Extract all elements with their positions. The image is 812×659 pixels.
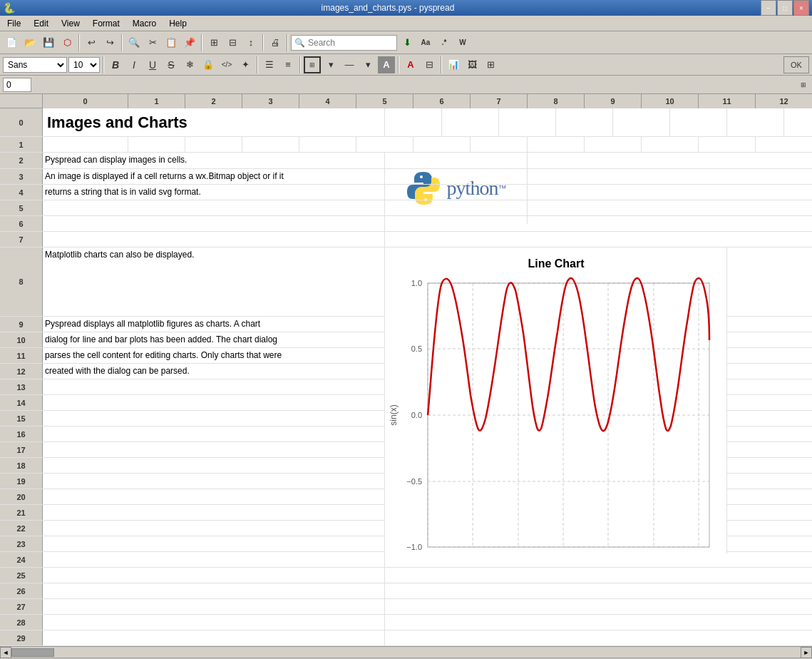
italic-button[interactable]: I [125,56,143,73]
image-button[interactable]: 🖼 [463,56,480,73]
cell-1-8[interactable] [528,137,585,153]
format-button2[interactable]: ⊟ [421,56,438,73]
borders-dropdown[interactable]: ▾ [322,56,339,73]
cell-4-0[interactable]: returns a string that is in valid svg fo… [43,185,385,200]
cell-1-5[interactable] [356,137,413,153]
search-input[interactable] [308,38,394,48]
cell-1-7[interactable] [471,137,528,153]
window-controls[interactable]: − □ × [761,0,809,16]
borders-button[interactable]: ⊞ [304,56,321,73]
merge-button[interactable]: — [341,56,358,73]
cell-23-0[interactable] [43,536,385,552]
cell-24-0[interactable] [43,552,385,568]
cell-1-4[interactable] [299,137,356,153]
cell-22-0[interactable] [43,521,385,536]
cut-button[interactable]: ✂ [144,34,161,51]
text-color-button[interactable]: A [402,56,419,73]
cell-7-0[interactable] [43,232,385,247]
import-button[interactable]: ⬇ [399,34,416,51]
cell-0-0[interactable]: Images and Charts [43,108,385,136]
font-select[interactable]: Sans [3,57,67,73]
cell-12-0[interactable]: created with the dialog can be parsed. [43,364,385,379]
menu-macro[interactable]: Macro [127,17,162,30]
cell-0-10[interactable] [670,108,727,136]
cell-21-0[interactable] [43,505,385,521]
cell-1-3[interactable] [242,137,299,153]
cell-10-0[interactable]: dialog for line and bar plots has been a… [43,332,385,348]
macro-button[interactable]: ⊞ [482,56,499,73]
open-button[interactable]: 📂 [21,34,38,51]
scrollbar-track[interactable] [11,648,801,658]
cell-26-0[interactable] [43,583,385,599]
merge-dropdown[interactable]: ▾ [359,56,376,73]
print-button[interactable]: 🖨 [267,34,284,51]
paste-button[interactable]: 📌 [181,34,198,51]
redo-button[interactable]: ↪ [101,34,118,51]
cell-8-0[interactable]: Matplotlib charts can also be displayed. [43,247,385,316]
regex-button[interactable]: .* [436,34,453,51]
bg-color-button[interactable]: A [378,56,395,73]
ok-button[interactable]: OK [783,56,809,73]
menu-format[interactable]: Format [87,17,125,30]
underline-button[interactable]: U [144,56,161,73]
undo-button[interactable]: ↩ [83,34,100,51]
case-button[interactable]: Aa [417,34,434,51]
cell-1-0[interactable] [43,137,128,153]
strikethrough-button[interactable]: S [163,56,180,73]
toggle-button[interactable]: ⊞ [798,79,809,91]
cell-9-0[interactable]: Pyspread displays all matplotlib figures… [43,317,385,332]
cell-0-9[interactable] [613,108,670,136]
close-button[interactable]: × [793,0,809,16]
cell-29-0[interactable] [43,630,385,646]
scroll-left-button[interactable]: ◄ [0,647,11,658]
align-left-button[interactable]: ☰ [261,56,278,73]
cell-1-6[interactable] [413,137,471,153]
cell-28-0[interactable] [43,615,385,630]
insert-cols-button[interactable]: ↕ [242,34,259,51]
chart-button[interactable]: 📊 [445,56,462,73]
cell-0-12[interactable] [784,108,812,136]
cell-3-0[interactable]: An image is displayed if a cell returns … [43,169,385,185]
scrollbar-thumb[interactable] [11,648,54,657]
scroll-right-button[interactable]: ► [801,647,812,658]
markup-button[interactable]: ✦ [237,56,254,73]
cell-13-0[interactable] [43,379,385,395]
menu-file[interactable]: File [1,17,26,30]
word-button[interactable]: W [454,34,471,51]
cell-1-11[interactable] [699,137,756,153]
freeze-button[interactable]: ❄ [181,56,198,73]
horizontal-scrollbar[interactable]: ◄ ► [0,646,812,658]
cell-1-1[interactable] [128,137,185,153]
maximize-button[interactable]: □ [777,0,793,16]
minimize-button[interactable]: − [761,0,776,16]
font-size-select[interactable]: 10 [68,57,100,73]
new-button[interactable]: 📄 [3,34,20,51]
cell-0-8[interactable] [556,108,613,136]
cell-17-0[interactable] [43,442,385,458]
cell-1-9[interactable] [585,137,642,153]
cell-1-12[interactable] [756,137,812,153]
cell-19-0[interactable] [43,474,385,489]
cell-16-0[interactable] [43,426,385,442]
cell-1-2[interactable] [185,137,242,153]
cell-0-7[interactable] [499,108,556,136]
delete-rows-button[interactable]: ⊟ [224,34,241,51]
align-right-button[interactable]: ≡ [279,56,297,73]
cell-0-11[interactable] [727,108,784,136]
cell-1-10[interactable] [642,137,699,153]
lock-button[interactable]: 🔒 [200,56,217,73]
line-chart-cell[interactable]: Line Chart [385,247,727,554]
cell-11-0[interactable]: parses the cell content for editing char… [43,348,385,364]
save-button[interactable]: 💾 [40,34,57,51]
copy-button[interactable]: 📋 [163,34,180,51]
code-button[interactable]: </> [218,56,235,73]
cell-20-0[interactable] [43,489,385,505]
cell-5-0[interactable] [43,200,385,216]
find-button[interactable]: 🔍 [125,34,143,51]
cell-25-0[interactable] [43,568,385,583]
menu-edit[interactable]: Edit [28,17,54,30]
menu-help[interactable]: Help [163,17,192,30]
cell-15-0[interactable] [43,411,385,426]
cell-27-0[interactable] [43,599,385,615]
cell-0-5[interactable] [385,108,442,136]
